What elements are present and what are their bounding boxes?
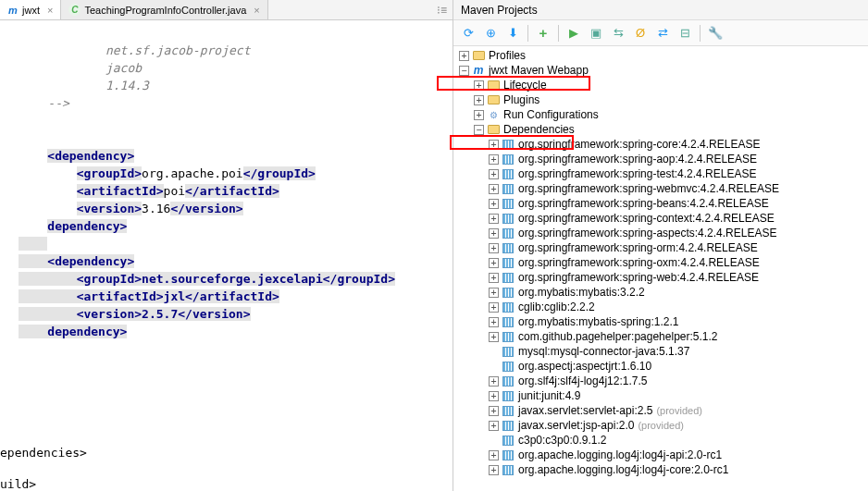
tree-item[interactable]: +Profiles <box>453 48 868 63</box>
tree-label: org.apache.logging.log4j:log4j-api:2.0-r… <box>518 448 722 461</box>
tree-item[interactable]: +org.springframework:spring-web:4.2.4.RE… <box>453 270 868 285</box>
run-icon[interactable]: ▶ <box>564 24 583 43</box>
add-icon[interactable]: + <box>534 24 552 43</box>
tree-item[interactable]: +org.springframework:spring-test:4.2.4.R… <box>453 166 868 181</box>
tree-item[interactable]: org.aspectj:aspectjrt:1.6.10 <box>453 359 868 374</box>
tab-label: jwxt <box>22 5 40 16</box>
generate-sources-icon[interactable]: ⊕ <box>481 24 500 43</box>
tree-item[interactable]: +Plugins <box>453 92 868 107</box>
tree-item[interactable]: −mjwxt Maven Webapp <box>453 63 868 78</box>
tree-label: Plugins <box>503 93 539 106</box>
tree-label: org.mybatis:mybatis-spring:1.2.1 <box>518 315 678 328</box>
expand-icon[interactable]: + <box>459 51 469 61</box>
tree-label: org.apache.logging.log4j:log4j-core:2.0-… <box>518 463 728 476</box>
expand-icon[interactable]: + <box>489 140 499 150</box>
expand-icon[interactable]: + <box>489 214 499 224</box>
tree-item[interactable]: +org.apache.logging.log4j:log4j-core:2.0… <box>453 462 868 477</box>
tree-item[interactable]: +org.springframework:spring-webmvc:4.2.4… <box>453 181 868 196</box>
tree-item[interactable]: +org.springframework:spring-context:4.2.… <box>453 211 868 226</box>
jar-icon <box>502 374 515 387</box>
expand-icon[interactable]: + <box>489 302 499 313</box>
tree-item[interactable]: +Lifecycle <box>453 78 868 92</box>
tree-item[interactable]: +org.springframework:spring-aop:4.2.4.RE… <box>453 152 868 166</box>
expand-icon[interactable]: + <box>489 169 499 179</box>
close-icon[interactable]: × <box>47 5 53 16</box>
pin-icon[interactable]: ⁝≡ <box>431 4 453 17</box>
expand-icon[interactable]: + <box>474 110 484 120</box>
expand-icon[interactable]: + <box>489 317 499 327</box>
tree-label: Dependencies <box>503 123 575 136</box>
tree-item[interactable]: +javax.servlet:servlet-api:2.5(provided) <box>453 403 868 418</box>
code-fragment: uild <box>0 477 29 491</box>
expand-icon[interactable]: + <box>489 273 499 283</box>
expand-icon[interactable]: + <box>474 95 484 105</box>
expand-icon[interactable]: + <box>489 258 499 268</box>
tree-item[interactable]: +org.mybatis:mybatis-spring:1.2.1 <box>453 314 868 329</box>
xml-editor[interactable]: net.sf.jacob-project jacob 1.14.3 --> <d… <box>0 20 453 491</box>
tree-item[interactable]: +cglib:cglib:2.2.2 <box>453 300 868 314</box>
tree-label: com.github.pagehelper:pagehelper:5.1.2 <box>518 330 718 343</box>
tree-item[interactable]: c3p0:c3p0:0.9.1.2 <box>453 433 868 448</box>
expand-icon[interactable]: − <box>459 66 469 76</box>
tree-label: Profiles <box>489 49 526 62</box>
tree-item[interactable]: +org.springframework:spring-beans:4.2.4.… <box>453 196 868 211</box>
expand-icon[interactable]: + <box>489 199 499 209</box>
expand-icon[interactable]: + <box>489 154 499 165</box>
tab-controller[interactable]: C TeachingProgramInfoController.java × <box>61 0 267 19</box>
tree-item[interactable]: mysql:mysql-connector-java:5.1.37 <box>453 344 868 359</box>
maven-icon: m <box>472 64 485 77</box>
expand-icon[interactable]: + <box>489 421 499 431</box>
tree-item[interactable]: +org.springframework:spring-oxm:4.2.4.RE… <box>453 255 868 270</box>
maven-tree[interactable]: +Profiles−mjwxt Maven Webapp+Lifecycle+P… <box>453 46 868 491</box>
execute-goal-icon[interactable]: ▣ <box>587 24 605 43</box>
expand-icon[interactable]: + <box>489 391 499 401</box>
tree-item[interactable]: +com.github.pagehelper:pagehelper:5.1.2 <box>453 329 868 344</box>
jar-icon <box>502 227 515 239</box>
collapse-icon[interactable]: ⊟ <box>676 24 694 43</box>
expand-icon[interactable]: + <box>489 406 499 416</box>
tree-label: org.springframework:spring-beans:4.2.4.R… <box>518 197 769 210</box>
download-icon[interactable]: ⬇ <box>503 24 522 43</box>
expand-icon[interactable]: + <box>474 80 484 91</box>
tree-item[interactable]: +org.springframework:spring-orm:4.2.4.RE… <box>453 240 868 255</box>
tree-label: org.springframework:spring-core:4.2.4.RE… <box>518 138 760 151</box>
toggle-offline-icon[interactable]: ⇆ <box>609 24 627 43</box>
tree-item[interactable]: +org.slf4j:slf4j-log4j12:1.7.5 <box>453 374 868 388</box>
expand-icon[interactable]: + <box>489 288 499 298</box>
tree-item[interactable]: −Dependencies <box>453 122 868 137</box>
jar-icon <box>502 138 515 151</box>
maven-toolbar: ⟳ ⊕ ⬇ + ▶ ▣ ⇆ Ø ⇄ ⊟ 🔧 <box>453 20 868 46</box>
tree-item[interactable]: +org.springframework:spring-aspects:4.2.… <box>453 226 868 240</box>
settings-icon[interactable]: 🔧 <box>706 24 725 43</box>
expand-icon[interactable]: + <box>489 184 499 194</box>
tab-label: TeachingProgramInfoController.java <box>84 5 246 16</box>
tree-label: jwxt Maven Webapp <box>489 64 589 77</box>
tree-item[interactable]: +org.mybatis:mybatis:3.2.2 <box>453 285 868 300</box>
tree-item[interactable]: +junit:junit:4.9 <box>453 388 868 403</box>
close-icon[interactable]: × <box>254 5 259 16</box>
tree-item[interactable]: +⚙Run Configurations <box>453 107 868 122</box>
refresh-icon[interactable]: ⟳ <box>459 24 477 43</box>
jar-icon <box>502 345 515 358</box>
expand-icon[interactable]: + <box>489 228 499 239</box>
tree-label: org.springframework:spring-test:4.2.4.RE… <box>518 167 756 180</box>
expand-icon[interactable]: + <box>489 243 499 253</box>
expand-icon[interactable]: − <box>474 125 484 135</box>
tab-jwxt[interactable]: m jwxt × <box>0 0 61 19</box>
show-deps-icon[interactable]: ⇄ <box>653 24 672 43</box>
folder-icon <box>472 49 485 62</box>
jar-icon <box>502 153 515 166</box>
expand-icon[interactable]: + <box>489 465 499 475</box>
tree-item[interactable]: +org.springframework:spring-core:4.2.4.R… <box>453 137 868 152</box>
tree-item[interactable]: +org.apache.logging.log4j:log4j-api:2.0-… <box>453 448 868 462</box>
expand-icon[interactable]: + <box>489 332 499 342</box>
jar-icon <box>502 330 515 343</box>
jar-icon <box>502 419 515 432</box>
tree-item[interactable]: +javax.servlet:jsp-api:2.0(provided) <box>453 418 868 433</box>
jar-icon <box>502 434 515 447</box>
tree-label: javax.servlet:servlet-api:2.5 <box>518 404 652 417</box>
expand-icon[interactable]: + <box>489 376 499 387</box>
expand-icon[interactable]: + <box>489 450 499 460</box>
jar-icon <box>502 301 515 313</box>
skip-tests-icon[interactable]: Ø <box>631 24 650 43</box>
